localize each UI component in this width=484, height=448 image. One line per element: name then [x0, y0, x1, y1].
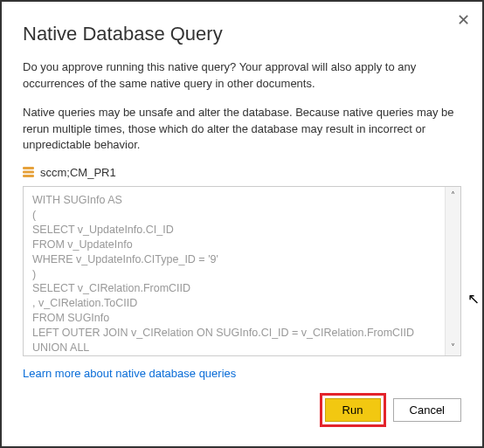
scrollbar[interactable]: ˄ ˅ [445, 187, 460, 355]
query-content: WITH SUGInfo AS ( SELECT v_UpdateInfo.CI… [32, 193, 438, 356]
dialog-frame: ✕ Native Database Query Do you approve r… [0, 0, 484, 448]
svg-rect-1 [23, 171, 34, 174]
query-textarea[interactable]: WITH SUGInfo AS ( SELECT v_UpdateInfo.CI… [23, 186, 461, 356]
scroll-down-icon[interactable]: ˅ [451, 342, 455, 352]
button-row: Run Cancel [320, 393, 461, 427]
approval-paragraph: Do you approve running this native query… [23, 59, 461, 93]
learn-more-link[interactable]: Learn more about native database queries [23, 367, 236, 380]
close-icon[interactable]: ✕ [457, 12, 470, 28]
database-row: sccm;CM_PR1 [23, 166, 461, 179]
scroll-up-icon[interactable]: ˄ [451, 190, 455, 200]
dialog-title: Native Database Query [23, 23, 461, 45]
database-icon [23, 166, 34, 179]
svg-rect-2 [23, 175, 34, 177]
run-button[interactable]: Run [325, 398, 381, 422]
warning-paragraph: Native queries may be unsafe and alter t… [23, 105, 461, 155]
run-highlight: Run [320, 393, 386, 427]
mouse-cursor-icon: ↖ [467, 290, 480, 308]
cancel-button[interactable]: Cancel [393, 398, 461, 422]
svg-rect-0 [23, 167, 34, 169]
database-label: sccm;CM_PR1 [40, 166, 116, 179]
